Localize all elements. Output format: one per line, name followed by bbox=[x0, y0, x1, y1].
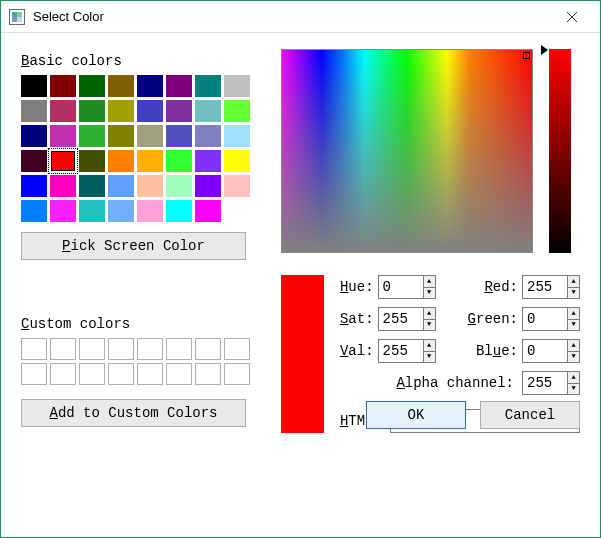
basic-color-swatch[interactable] bbox=[137, 200, 163, 222]
spin-up-icon[interactable]: ▲ bbox=[423, 340, 435, 352]
basic-color-swatch[interactable] bbox=[108, 125, 134, 147]
basic-color-swatch[interactable] bbox=[108, 175, 134, 197]
basic-color-swatch[interactable] bbox=[50, 200, 76, 222]
basic-color-swatch[interactable] bbox=[195, 125, 221, 147]
basic-color-swatch[interactable] bbox=[79, 100, 105, 122]
alpha-spinbox[interactable]: ▲▼ bbox=[522, 371, 580, 395]
spin-down-icon[interactable]: ▼ bbox=[567, 384, 579, 395]
custom-color-slot[interactable] bbox=[166, 338, 192, 360]
basic-color-swatch[interactable] bbox=[79, 125, 105, 147]
custom-color-slot[interactable] bbox=[50, 363, 76, 385]
spin-up-icon[interactable]: ▲ bbox=[423, 308, 435, 320]
spin-up-icon[interactable]: ▲ bbox=[567, 340, 579, 352]
basic-color-swatch[interactable] bbox=[21, 200, 47, 222]
basic-color-swatch[interactable] bbox=[224, 75, 250, 97]
hue-spinbox[interactable]: ▲▼ bbox=[378, 275, 436, 299]
blue-spinbox[interactable]: ▲▼ bbox=[522, 339, 580, 363]
basic-color-swatch[interactable] bbox=[195, 175, 221, 197]
basic-color-swatch[interactable] bbox=[137, 175, 163, 197]
basic-color-swatch[interactable] bbox=[79, 200, 105, 222]
basic-color-swatch[interactable] bbox=[166, 100, 192, 122]
basic-color-swatch[interactable] bbox=[50, 175, 76, 197]
spin-up-icon[interactable]: ▲ bbox=[567, 372, 579, 384]
basic-color-swatch[interactable] bbox=[21, 150, 47, 172]
custom-color-slot[interactable] bbox=[224, 363, 250, 385]
green-input[interactable] bbox=[523, 308, 567, 330]
basic-color-swatch[interactable] bbox=[224, 175, 250, 197]
basic-color-swatch[interactable] bbox=[79, 150, 105, 172]
basic-color-swatch[interactable] bbox=[21, 75, 47, 97]
basic-color-swatch[interactable] bbox=[108, 75, 134, 97]
basic-color-swatch[interactable] bbox=[21, 175, 47, 197]
cancel-button[interactable]: Cancel bbox=[480, 401, 580, 429]
basic-color-swatch[interactable] bbox=[166, 200, 192, 222]
basic-color-swatch[interactable] bbox=[50, 125, 76, 147]
red-spinbox[interactable]: ▲▼ bbox=[522, 275, 580, 299]
green-spinbox[interactable]: ▲▼ bbox=[522, 307, 580, 331]
basic-color-swatch[interactable] bbox=[166, 75, 192, 97]
basic-color-swatch[interactable] bbox=[79, 75, 105, 97]
spin-down-icon[interactable]: ▼ bbox=[423, 288, 435, 299]
basic-color-swatch[interactable] bbox=[108, 100, 134, 122]
spin-down-icon[interactable]: ▼ bbox=[567, 352, 579, 363]
custom-color-slot[interactable] bbox=[195, 338, 221, 360]
red-input[interactable] bbox=[523, 276, 567, 298]
custom-color-slot[interactable] bbox=[137, 363, 163, 385]
basic-color-swatch[interactable] bbox=[137, 100, 163, 122]
hue-saturation-field[interactable] bbox=[281, 49, 533, 253]
basic-color-swatch[interactable] bbox=[108, 200, 134, 222]
basic-color-swatch[interactable] bbox=[195, 200, 221, 222]
basic-color-swatch[interactable] bbox=[50, 75, 76, 97]
sat-input[interactable] bbox=[379, 308, 423, 330]
spin-down-icon[interactable]: ▼ bbox=[423, 320, 435, 331]
basic-color-swatch[interactable] bbox=[166, 125, 192, 147]
basic-color-swatch[interactable] bbox=[224, 200, 250, 222]
custom-color-slot[interactable] bbox=[50, 338, 76, 360]
spin-down-icon[interactable]: ▼ bbox=[423, 352, 435, 363]
spin-down-icon[interactable]: ▼ bbox=[567, 320, 579, 331]
basic-color-swatch[interactable] bbox=[166, 175, 192, 197]
basic-color-swatch[interactable] bbox=[108, 150, 134, 172]
basic-color-swatch[interactable] bbox=[21, 100, 47, 122]
custom-color-slot[interactable] bbox=[79, 363, 105, 385]
spin-down-icon[interactable]: ▼ bbox=[567, 288, 579, 299]
basic-color-swatch[interactable] bbox=[137, 125, 163, 147]
custom-color-slot[interactable] bbox=[224, 338, 250, 360]
spin-up-icon[interactable]: ▲ bbox=[423, 276, 435, 288]
basic-color-swatch[interactable] bbox=[79, 175, 105, 197]
val-input[interactable] bbox=[379, 340, 423, 362]
basic-color-swatch[interactable] bbox=[137, 75, 163, 97]
custom-color-slot[interactable] bbox=[108, 338, 134, 360]
custom-color-slot[interactable] bbox=[195, 363, 221, 385]
basic-color-swatch[interactable] bbox=[137, 150, 163, 172]
alpha-input[interactable] bbox=[523, 372, 567, 394]
basic-color-swatch[interactable] bbox=[195, 150, 221, 172]
custom-color-slot[interactable] bbox=[79, 338, 105, 360]
basic-color-swatch[interactable] bbox=[195, 100, 221, 122]
basic-color-swatch[interactable] bbox=[50, 150, 76, 172]
basic-color-swatch[interactable] bbox=[50, 100, 76, 122]
basic-color-swatch[interactable] bbox=[224, 150, 250, 172]
blue-input[interactable] bbox=[523, 340, 567, 362]
custom-color-slot[interactable] bbox=[21, 338, 47, 360]
custom-color-slot[interactable] bbox=[108, 363, 134, 385]
custom-color-slot[interactable] bbox=[137, 338, 163, 360]
close-button[interactable] bbox=[552, 3, 592, 31]
value-slider[interactable] bbox=[549, 49, 571, 253]
pick-screen-color-button[interactable]: Pick Screen Color bbox=[21, 232, 246, 260]
spin-up-icon[interactable]: ▲ bbox=[567, 308, 579, 320]
custom-color-slot[interactable] bbox=[21, 363, 47, 385]
val-spinbox[interactable]: ▲▼ bbox=[378, 339, 436, 363]
color-dialog: Select Color Basic colors Pick Screen Co… bbox=[0, 0, 601, 538]
basic-color-swatch[interactable] bbox=[166, 150, 192, 172]
ok-button[interactable]: OK bbox=[366, 401, 466, 429]
hue-input[interactable] bbox=[379, 276, 423, 298]
sat-spinbox[interactable]: ▲▼ bbox=[378, 307, 436, 331]
basic-color-swatch[interactable] bbox=[224, 125, 250, 147]
basic-color-swatch[interactable] bbox=[195, 75, 221, 97]
custom-color-slot[interactable] bbox=[166, 363, 192, 385]
add-to-custom-button[interactable]: Add to Custom Colors bbox=[21, 399, 246, 427]
spin-up-icon[interactable]: ▲ bbox=[567, 276, 579, 288]
basic-color-swatch[interactable] bbox=[21, 125, 47, 147]
basic-color-swatch[interactable] bbox=[224, 100, 250, 122]
